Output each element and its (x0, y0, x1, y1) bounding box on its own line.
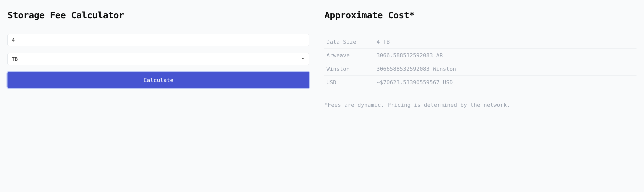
result-row: USD ~$70623.53390559567 USD (324, 76, 636, 89)
footnote: *Fees are dynamic. Pricing is determined… (324, 102, 636, 108)
row-value: ~$70623.53390559567 USD (376, 79, 634, 86)
row-value: 4 TB (376, 39, 634, 45)
amount-input[interactable] (8, 34, 309, 46)
calculator-title: Storage Fee Calculator (8, 10, 309, 20)
row-value: 3066588532592083 Winston (376, 66, 634, 72)
unit-select[interactable]: TB (8, 53, 309, 65)
calculator-panel: Storage Fee Calculator TB Calculate (8, 10, 309, 108)
result-row: Arweave 3066.588532592083 AR (324, 49, 636, 62)
row-label: USD (326, 79, 376, 86)
row-label: Data Size (326, 39, 376, 45)
results-panel: Approximate Cost* Data Size 4 TB Arweave… (324, 10, 636, 108)
row-label: Winston (326, 66, 376, 72)
row-label: Arweave (326, 52, 376, 58)
result-row: Winston 3066588532592083 Winston (324, 62, 636, 76)
calculate-button[interactable]: Calculate (8, 72, 309, 88)
results-title: Approximate Cost* (324, 10, 636, 20)
row-value: 3066.588532592083 AR (376, 52, 634, 58)
result-row: Data Size 4 TB (324, 35, 636, 49)
